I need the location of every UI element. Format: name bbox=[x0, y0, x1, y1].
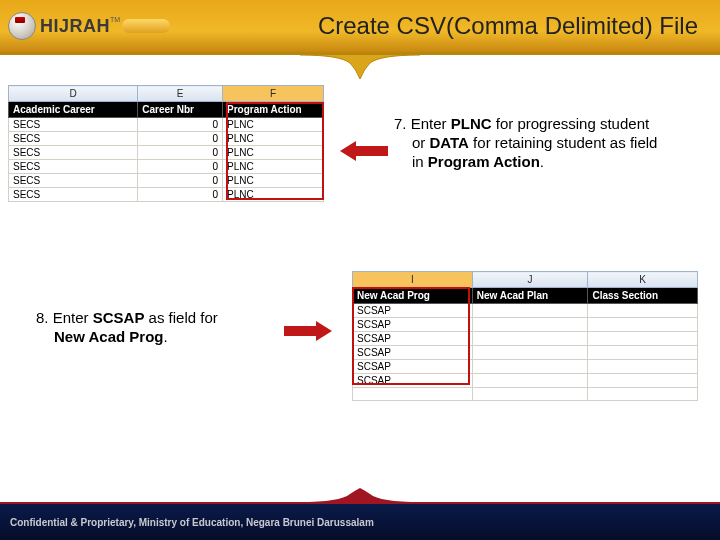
footer-bar: Confidential & Proprietary, Ministry of … bbox=[0, 502, 720, 540]
col-letter-e: E bbox=[138, 86, 223, 102]
instr7-num: 7. bbox=[394, 115, 411, 132]
highlight-program-action bbox=[226, 102, 324, 200]
hdr-class-section: Class Section bbox=[588, 288, 698, 304]
brand-pill-icon bbox=[122, 19, 170, 33]
col-letter-d: D bbox=[9, 86, 138, 102]
page-title: Create CSV(Comma Delimited) File bbox=[318, 12, 698, 39]
hdr-academic-career: Academic Career bbox=[9, 102, 138, 118]
col-letter-j: J bbox=[472, 272, 588, 288]
arrow-left-icon bbox=[340, 139, 388, 163]
header-bar: HIJRAHTM Create CSV(Comma Delimited) Fil… bbox=[0, 0, 720, 52]
slide-content: D E F Academic Career Career Nbr Program… bbox=[0, 79, 720, 499]
svg-marker-0 bbox=[340, 141, 388, 161]
instr8-num: 8. bbox=[36, 309, 53, 326]
table-row bbox=[353, 388, 698, 401]
instruction-7: 7. Enter PLNC for progressing student or… bbox=[394, 115, 706, 171]
arrow-right-icon bbox=[284, 319, 332, 343]
instruction-8: 8. Enter SCSAP as field for New Acad Pro… bbox=[36, 309, 276, 347]
svg-marker-1 bbox=[284, 321, 332, 341]
table-col-letters: I J K bbox=[353, 272, 698, 288]
logo-emblem-icon bbox=[8, 12, 36, 40]
footer-notch-icon bbox=[0, 488, 720, 502]
brand-logo: HIJRAHTM bbox=[8, 12, 170, 40]
col-letter-k: K bbox=[588, 272, 698, 288]
brand-name: HIJRAHTM bbox=[40, 16, 120, 37]
brand-text: HIJRAH bbox=[40, 16, 110, 36]
trademark-icon: TM bbox=[110, 16, 120, 23]
title-area: Create CSV(Comma Delimited) File bbox=[170, 12, 720, 40]
highlight-new-acad-prog bbox=[352, 287, 470, 385]
header-funnel-icon bbox=[0, 55, 720, 79]
hdr-new-acad-plan: New Acad Plan bbox=[472, 288, 588, 304]
col-letter-i: I bbox=[353, 272, 473, 288]
footer: Confidential & Proprietary, Ministry of … bbox=[0, 488, 720, 540]
hdr-career-nbr: Career Nbr bbox=[138, 102, 223, 118]
table-col-letters: D E F bbox=[9, 86, 324, 102]
col-letter-f: F bbox=[223, 86, 324, 102]
footer-text: Confidential & Proprietary, Ministry of … bbox=[10, 517, 374, 528]
